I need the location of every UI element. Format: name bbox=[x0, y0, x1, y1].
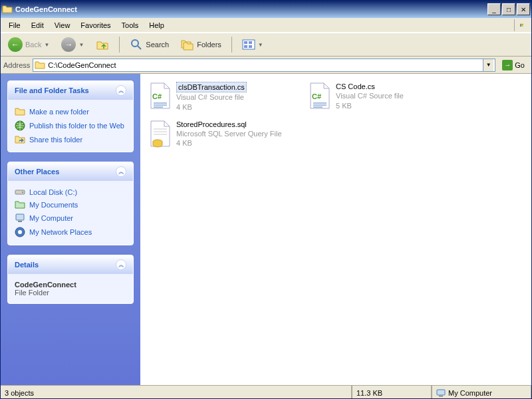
folders-label: Folders bbox=[197, 41, 221, 49]
forward-button[interactable]: → ▼ bbox=[57, 35, 88, 55]
svg-rect-1 bbox=[522, 23, 523, 25]
svg-rect-15 bbox=[18, 221, 22, 222]
search-label: Search bbox=[146, 41, 169, 49]
status-location: My Computer bbox=[432, 386, 531, 399]
file-name: StoredProcedures.sql bbox=[176, 120, 282, 129]
task-share[interactable]: Share this folder bbox=[15, 133, 126, 146]
other-network[interactable]: My Network Places bbox=[15, 225, 126, 239]
other-my-documents[interactable]: My Documents bbox=[15, 198, 126, 211]
share-icon bbox=[15, 135, 25, 144]
chevron-down-icon: ▼ bbox=[258, 42, 263, 48]
close-button[interactable]: ✕ bbox=[517, 3, 530, 15]
go-arrow-icon: → bbox=[502, 60, 513, 70]
file-text: clsDBTransaction.csVisual C# Source file… bbox=[176, 82, 247, 112]
status-size: 11.3 KB bbox=[352, 386, 432, 399]
address-input-wrap[interactable]: ▼ bbox=[33, 59, 495, 72]
other-label: Local Disk (C:) bbox=[29, 188, 77, 196]
chevron-down-icon: ▼ bbox=[78, 42, 84, 48]
details-panel-header[interactable]: Details ︽ bbox=[8, 255, 133, 274]
svg-rect-31 bbox=[439, 396, 443, 397]
file-item[interactable]: C#clsDBTransaction.csVisual C# Source fi… bbox=[147, 80, 293, 113]
tasks-panel: File and Folder Tasks ︽ Make a new folde… bbox=[7, 80, 134, 152]
go-button[interactable]: → Go bbox=[498, 59, 529, 72]
file-type: Microsoft SQL Server Query File bbox=[176, 129, 282, 138]
menu-tools[interactable]: Tools bbox=[116, 20, 144, 31]
file-type: Visual C# Source file bbox=[336, 91, 404, 100]
search-icon bbox=[130, 38, 143, 51]
status-bar: 3 objects 11.3 KB My Computer bbox=[1, 385, 531, 399]
details-name: CodeGenConnect bbox=[15, 281, 126, 289]
file-type-icon bbox=[148, 120, 172, 148]
tasks-panel-title: File and Folder Tasks bbox=[15, 86, 89, 94]
separator bbox=[231, 37, 232, 53]
svg-rect-2 bbox=[520, 25, 521, 27]
details-panel-title: Details bbox=[15, 261, 39, 269]
windows-flag-icon bbox=[514, 19, 529, 31]
svg-point-17 bbox=[18, 230, 22, 234]
network-icon bbox=[15, 227, 25, 237]
other-local-disk[interactable]: Local Disk (C:) bbox=[15, 186, 126, 198]
back-arrow-icon: ← bbox=[8, 37, 23, 52]
svg-rect-30 bbox=[437, 390, 445, 395]
search-button[interactable]: Search bbox=[125, 35, 174, 54]
folders-button[interactable]: Folders bbox=[176, 35, 226, 54]
maximize-button[interactable]: □ bbox=[502, 3, 515, 15]
views-button[interactable]: ▼ bbox=[237, 35, 268, 54]
address-dropdown[interactable]: ▼ bbox=[483, 59, 493, 71]
folder-icon bbox=[2, 4, 13, 15]
back-label: Back bbox=[25, 41, 41, 49]
status-location-label: My Computer bbox=[448, 389, 492, 397]
up-button[interactable] bbox=[91, 35, 114, 54]
menu-file[interactable]: File bbox=[3, 20, 26, 31]
file-view[interactable]: C#clsDBTransaction.csVisual C# Source fi… bbox=[140, 74, 531, 385]
other-panel-body: Local Disk (C:) My Documents My Computer… bbox=[8, 181, 133, 245]
file-name: CS Code.cs bbox=[336, 82, 404, 91]
svg-rect-3 bbox=[522, 25, 523, 27]
other-label: My Documents bbox=[29, 201, 78, 209]
sidebar: File and Folder Tasks ︽ Make a new folde… bbox=[1, 74, 140, 385]
tasks-panel-header[interactable]: File and Folder Tasks ︽ bbox=[8, 81, 133, 100]
content-area: File and Folder Tasks ︽ Make a new folde… bbox=[1, 74, 531, 385]
file-name: clsDBTransaction.cs bbox=[176, 82, 247, 92]
menu-help[interactable]: Help bbox=[144, 20, 170, 31]
address-input[interactable] bbox=[45, 61, 483, 69]
folder-icon bbox=[35, 61, 45, 70]
computer-icon bbox=[15, 213, 25, 223]
file-type: Visual C# Source file bbox=[176, 92, 247, 102]
file-item[interactable]: StoredProcedures.sqlMicrosoft SQL Server… bbox=[147, 118, 293, 150]
file-item[interactable]: C#CS Code.csVisual C# Source file5 KB bbox=[307, 80, 453, 113]
toolbar: ← Back ▼ → ▼ Search Folders ▼ bbox=[1, 33, 531, 57]
other-label: My Network Places bbox=[29, 228, 92, 236]
address-label: Address bbox=[3, 61, 30, 69]
folders-icon bbox=[181, 38, 194, 51]
task-make-folder[interactable]: Make a new folder bbox=[15, 105, 126, 118]
task-publish[interactable]: Publish this folder to the Web bbox=[15, 118, 126, 133]
task-label: Share this folder bbox=[29, 136, 82, 144]
menu-view[interactable]: View bbox=[49, 20, 76, 31]
svg-point-4 bbox=[132, 40, 138, 47]
docs-icon bbox=[15, 200, 25, 209]
title-bar: CodeGenConnect _ □ ✕ bbox=[1, 1, 531, 18]
menu-favorites[interactable]: Favorites bbox=[75, 20, 116, 31]
svg-rect-14 bbox=[16, 214, 24, 220]
file-size: 4 KB bbox=[176, 102, 247, 112]
folder-up-icon bbox=[96, 38, 109, 51]
svg-rect-10 bbox=[249, 45, 252, 48]
other-places-panel: Other Places ︽ Local Disk (C:) My Docume… bbox=[7, 162, 134, 245]
menu-edit[interactable]: Edit bbox=[26, 20, 49, 31]
back-button[interactable]: ← Back ▼ bbox=[3, 35, 54, 55]
other-my-computer[interactable]: My Computer bbox=[15, 211, 126, 225]
file-size: 5 KB bbox=[336, 101, 404, 110]
tasks-panel-body: Make a new folder Publish this folder to… bbox=[8, 100, 133, 152]
minimize-button[interactable]: _ bbox=[487, 3, 501, 15]
file-size: 4 KB bbox=[176, 138, 282, 148]
svg-point-13 bbox=[22, 192, 23, 193]
status-count: 3 objects bbox=[1, 386, 352, 399]
file-text: CS Code.csVisual C# Source file5 KB bbox=[336, 82, 404, 112]
task-label: Make a new folder bbox=[29, 108, 89, 116]
other-panel-header[interactable]: Other Places ︽ bbox=[8, 162, 133, 181]
svg-rect-9 bbox=[244, 45, 247, 48]
folder-new-icon bbox=[15, 107, 25, 116]
go-label: Go bbox=[515, 61, 525, 69]
other-label: My Computer bbox=[29, 214, 73, 222]
